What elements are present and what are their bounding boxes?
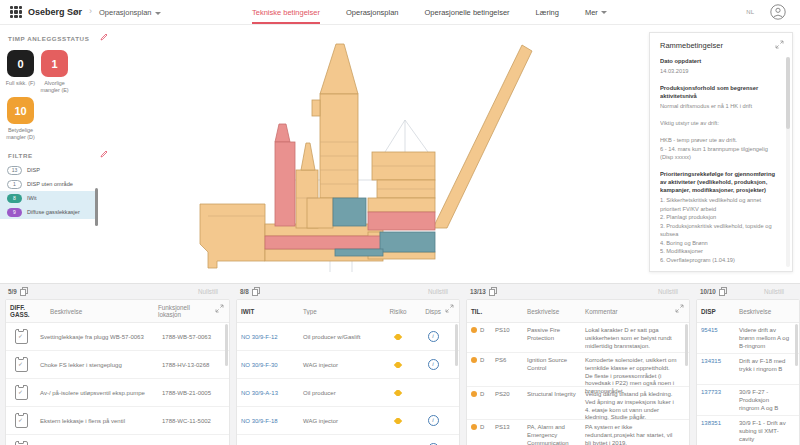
table-scrollbar[interactable]	[685, 324, 688, 366]
table-row[interactable]: D PS6 Ignition Source Control Korroderte…	[467, 353, 689, 387]
app-logo-icon[interactable]	[10, 6, 22, 18]
expand-icon[interactable]	[775, 40, 784, 49]
status-tile-e[interactable]: 1	[41, 50, 68, 77]
iwit-table: IWIT Type Risiko Disps NO 30/9-F-12 Oil …	[236, 299, 460, 445]
copy-icon[interactable]	[719, 287, 727, 296]
tab-operasjonelle-betingelser[interactable]: Operasjonelle betingelser	[425, 0, 510, 24]
risk-diamond-icon	[394, 418, 402, 424]
expand-icon[interactable]	[445, 304, 454, 313]
table-row[interactable]: 95415 Videre drift av brønn mellom A og …	[697, 323, 799, 354]
col-disp: DISP	[697, 308, 735, 315]
table-row[interactable]: D PS20 Structural Integrity Veldig dårli…	[467, 387, 689, 420]
well-link[interactable]: NO 30/9-F-18	[241, 418, 278, 424]
grade-dot-icon	[471, 357, 477, 363]
filter-iwit-count: 8	[7, 194, 22, 203]
col-til: TIL.	[467, 308, 523, 315]
copy-icon[interactable]	[20, 287, 28, 296]
table-scrollbar[interactable]	[455, 324, 458, 366]
disp-reset-button[interactable]: Nullstill	[764, 288, 784, 295]
col-beskrivelse: Beskrivelse	[523, 308, 581, 315]
table-scrollbar[interactable]	[225, 324, 228, 366]
well-link[interactable]: NO 30/9-A-13	[241, 390, 278, 396]
table-row[interactable]: D PS10 Passive Fire Protection Lokal kar…	[467, 323, 689, 353]
tab-tekniske-betingelser[interactable]: Tekniske betingelser	[252, 0, 320, 24]
filter-iwit[interactable]: 8 IWit	[0, 191, 96, 205]
copy-icon[interactable]	[489, 287, 497, 296]
rammebetingelser-panel: Rammebetingelser Dato oppdatert 14.03.20…	[649, 32, 793, 272]
filter-disp-uten-omrade-count: 1	[7, 180, 22, 189]
table-row[interactable]: F-01. Bytte nåleventil for XMT cavity 17…	[6, 435, 229, 445]
section-heading: Dato oppdatert	[660, 57, 778, 65]
platform-structure-modules[interactable]	[200, 44, 532, 268]
user-initials: NL	[746, 9, 754, 15]
disp-link[interactable]: 95415	[701, 327, 718, 333]
disp-info-icon[interactable]	[428, 331, 439, 342]
table-row[interactable]: D PS13 PA, Alarm and Emergency Communica…	[467, 420, 689, 445]
diffgass-reset-button[interactable]: Nullstill	[198, 288, 218, 295]
plan-dropdown[interactable]: Operasjonsplan	[99, 8, 161, 17]
table-row[interactable]: Svettinglekkasje fra plugg WB-57-0063 17…	[6, 323, 229, 351]
table-row[interactable]: 138351 30/9 F-1 - Drift av subing til XM…	[697, 416, 799, 445]
notification-icon	[15, 357, 28, 372]
filter-disp[interactable]: 13 DISP	[0, 163, 96, 177]
platform-diagram[interactable]	[180, 30, 640, 280]
diffgass-table-header: DIFF. GASS. Beskrivelse Funksjonell loka…	[6, 300, 229, 323]
diffgass-table: DIFF. GASS. Beskrivelse Funksjonell loka…	[5, 299, 230, 445]
table-row[interactable]: NO 30/9-F-30 WAG injector	[237, 351, 459, 379]
filter-diffuse-count: 9	[7, 208, 22, 217]
section-heading: Prioriteringsrekkefølge for gjennomførin…	[660, 170, 778, 194]
status-section-title: TIMP ANLEGGSSTATUS	[8, 35, 89, 42]
til-reset-button[interactable]: Nullstill	[658, 288, 678, 295]
disp-table: DISP Beskrivelse 95415 Videre drift av b…	[696, 299, 800, 445]
edit-status-icon[interactable]	[100, 33, 108, 41]
status-tile-f[interactable]: 0	[7, 50, 34, 77]
status-tile-e-label: Alvorlige mangler (E)	[35, 80, 74, 94]
table-row[interactable]: NO 30/9-F-12 Oil producer w/Gaslift	[237, 323, 459, 351]
table-scrollbar[interactable]	[795, 324, 798, 366]
panel-scrollbar[interactable]	[786, 57, 790, 267]
disp-link[interactable]: 138351	[701, 420, 721, 426]
col-kommentar: Kommentar	[581, 308, 677, 315]
risk-diamond-icon	[394, 334, 402, 340]
disp-link[interactable]: 137733	[701, 389, 721, 395]
table-row[interactable]: NO 30/9-A-13 Oil producer	[237, 379, 459, 407]
copy-icon[interactable]	[252, 287, 260, 296]
tab-mer[interactable]: Mer	[585, 0, 607, 24]
expand-icon[interactable]	[675, 304, 684, 313]
tab-operasjonsplan[interactable]: Operasjonsplan	[346, 0, 399, 24]
grade-dot-icon	[471, 391, 477, 397]
table-row[interactable]: Av-/ på-isolere utløpsventil eksp.pumpe …	[6, 379, 229, 407]
filter-diffuse-gasslekkasjer[interactable]: 9 Diffuse gasslekkasjer	[0, 205, 96, 219]
iwit-reset-button[interactable]: Nullstill	[428, 288, 448, 295]
avatar[interactable]	[770, 4, 786, 20]
section-body: Normal driftsmodus er nå 1 HK i drift Vi…	[660, 102, 778, 162]
notification-icon	[15, 385, 28, 400]
edit-filters-icon[interactable]	[100, 150, 108, 158]
disp-link[interactable]: 134315	[701, 358, 721, 364]
iwit-counter: 8/8	[240, 287, 260, 296]
expand-icon[interactable]	[215, 304, 224, 313]
grade-dot-icon	[471, 424, 477, 430]
chevron-down-icon	[601, 11, 607, 14]
table-row[interactable]: 134315 Drift av F-18 med trykk i ringrom…	[697, 354, 799, 385]
notification-icon	[15, 413, 28, 428]
risk-diamond-icon	[394, 362, 402, 368]
table-row[interactable]: NO 30/9-F-27 Oil producer w/Gaslift	[237, 435, 459, 445]
table-row[interactable]: Choke FS lekker i stengeplugg 1788-HV-13…	[6, 351, 229, 379]
well-link[interactable]: NO 30/9-F-12	[241, 334, 278, 340]
filter-diffuse-label: Diffuse gasslekkasjer	[27, 209, 80, 215]
disp-info-icon[interactable]	[428, 359, 439, 370]
filter-disp-uten-omrade[interactable]: 1 DISP uten område	[0, 177, 96, 191]
table-row[interactable]: Ekstern lekkasje i flens på ventil 1788-…	[6, 407, 229, 435]
table-row[interactable]: 137733 30/9 F-27 - Produksjon ringrom A …	[697, 385, 799, 416]
table-row[interactable]: NO 30/9-F-18 WAG injector	[237, 407, 459, 435]
status-tile-d[interactable]: 10	[7, 97, 34, 124]
sidebar-scrollbar[interactable]	[95, 188, 98, 226]
col-risiko: Risiko	[379, 308, 417, 315]
tab-laering[interactable]: Læring	[536, 0, 559, 24]
col-type: Type	[299, 308, 379, 315]
flare-boom	[433, 45, 532, 228]
disp-info-icon[interactable]	[428, 415, 439, 426]
well-link[interactable]: NO 30/9-F-30	[241, 362, 278, 368]
app-title: Oseberg Sør	[28, 7, 82, 17]
